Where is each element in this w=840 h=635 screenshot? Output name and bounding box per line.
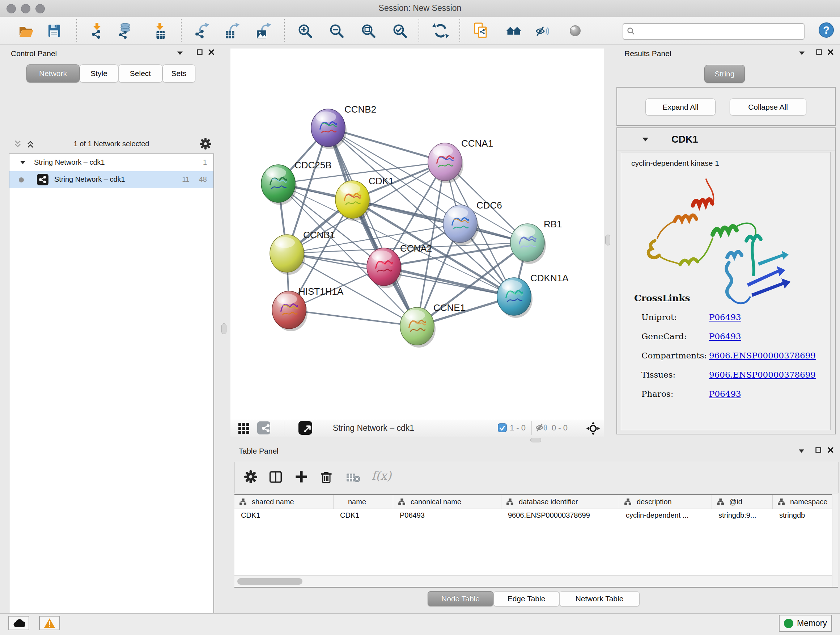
node-RB1[interactable]: RB1: [510, 219, 562, 264]
node-CCNA2[interactable]: CCNA2: [367, 243, 432, 288]
crosslink-link[interactable]: 9606.ENSP00000378699: [709, 351, 816, 360]
column-header-id[interactable]: @id: [712, 495, 773, 509]
tab-sets[interactable]: Sets: [163, 65, 195, 82]
crosslink-link[interactable]: P06493: [709, 332, 741, 341]
table-options-gear-icon[interactable]: [244, 470, 257, 483]
column-header-name[interactable]: name: [333, 495, 393, 509]
edge-HIST1H1A-CCNE1[interactable]: [289, 310, 417, 326]
hidden-eye-slash-icon: [536, 423, 547, 432]
collapse-all-button[interactable]: Collapse All: [729, 98, 806, 116]
entry-header[interactable]: CDK1: [617, 128, 835, 151]
tab-string[interactable]: String: [704, 65, 745, 83]
network-options-gear-icon[interactable]: [200, 138, 212, 150]
float-panel-icon[interactable]: [816, 49, 824, 55]
float-panel-icon[interactable]: [197, 49, 205, 55]
crosslink-row: Compartments:9606.ENSP00000378699: [621, 347, 830, 366]
import-table-file-icon[interactable]: [152, 22, 168, 39]
save-session-icon[interactable]: [46, 22, 63, 39]
crosslink-row: GeneCard:P06493: [621, 327, 830, 347]
zoom-in-icon[interactable]: [297, 22, 313, 39]
refresh-view-icon[interactable]: [432, 22, 449, 39]
network-row-selected[interactable]: String Network – cdk1 11 48: [9, 171, 213, 188]
search-input[interactable]: [638, 25, 802, 38]
toolbar-separator: [284, 19, 285, 42]
column-header-description[interactable]: description: [619, 495, 712, 509]
node-label-CCNA2: CCNA2: [400, 243, 432, 254]
first-neighbors-icon[interactable]: [505, 22, 522, 39]
column-header-namespace[interactable]: namespace: [773, 495, 832, 509]
network-collection-row[interactable]: String Network – cdk1 1: [9, 154, 213, 171]
expand-all-button[interactable]: Expand All: [645, 98, 715, 116]
node-CCNE1[interactable]: CCNE1: [400, 302, 465, 348]
scrollbar-thumb[interactable]: [237, 578, 302, 585]
column-type-icon: [507, 499, 514, 505]
crosslink-label: Uniprot:: [641, 312, 677, 322]
float-panel-icon[interactable]: [815, 447, 823, 453]
network-list-header: 1 of 1 Network selected: [9, 136, 214, 153]
close-panel-icon[interactable]: [208, 49, 216, 55]
table-cell: 9606.ENSP00000378699: [501, 509, 619, 522]
tab-network-table[interactable]: Network Table: [559, 591, 639, 606]
collapse-panel-icon[interactable]: [799, 448, 807, 454]
column-header-canonical-name[interactable]: canonical name: [393, 495, 501, 509]
collapse-panel-icon[interactable]: [177, 50, 185, 57]
entry-content: cyclin-dependent kinase 1: [621, 152, 831, 430]
crosslink-link[interactable]: P06493: [709, 389, 741, 399]
grid-view-icon[interactable]: [235, 422, 252, 435]
delete-table-icon-disabled[interactable]: [346, 472, 361, 483]
inactive-lens-icon[interactable]: [567, 22, 584, 39]
import-network-database-icon[interactable]: [117, 22, 133, 39]
export-network-icon[interactable]: [194, 22, 210, 39]
search-icon: [628, 28, 635, 35]
table-header-row: shared namenamecanonical namedatabase id…: [234, 495, 832, 509]
clone-network-icon[interactable]: [473, 22, 489, 39]
cytoscape-window: Session: New Session: [0, 0, 840, 635]
export-table-icon[interactable]: [223, 22, 240, 39]
show-columns-icon[interactable]: [269, 471, 282, 483]
node-CDKN1A[interactable]: CDKN1A: [497, 272, 569, 318]
table-row[interactable]: CDK1CDK1P064939606.ENSP00000378699cyclin…: [234, 509, 832, 522]
tab-network[interactable]: Network: [27, 65, 80, 82]
vertical-splitter-handle[interactable]: [221, 323, 226, 334]
function-builder-fx-disabled[interactable]: f(x): [371, 469, 392, 483]
tab-node-table[interactable]: Node Table: [428, 591, 493, 606]
toolbar-separator: [284, 421, 284, 435]
cloud-status-button[interactable]: [8, 616, 29, 630]
memory-button[interactable]: Memory: [779, 615, 832, 632]
zoom-selected-icon[interactable]: [392, 22, 408, 39]
warning-status-button[interactable]: [39, 616, 60, 630]
zoom-out-icon[interactable]: [328, 22, 345, 39]
open-in-new-view-icon[interactable]: [298, 421, 312, 435]
node-CDK1[interactable]: CDK1: [335, 176, 393, 221]
tab-edge-table[interactable]: Edge Table: [493, 591, 559, 606]
column-header-shared-name[interactable]: shared name: [234, 495, 333, 509]
crosslink-link[interactable]: 9606.ENSP00000378699: [709, 370, 816, 379]
export-image-icon[interactable]: [255, 22, 271, 39]
close-panel-icon[interactable]: [828, 49, 836, 55]
node-CCNB1[interactable]: CCNB1: [270, 230, 335, 275]
network-share-view-icon[interactable]: [257, 421, 270, 434]
delete-column-trash-icon[interactable]: [320, 470, 332, 484]
zoom-fit-icon[interactable]: [360, 22, 377, 39]
create-column-plus-icon[interactable]: [295, 470, 308, 483]
selected-nodes-edges-count: 1 - 0: [510, 423, 526, 432]
network-canvas[interactable]: CCNB2CCNA1CDC25BCDK1CDC6RB1CCNB1CCNA2CDK…: [231, 49, 604, 419]
vertical-splitter-handle[interactable]: [605, 234, 610, 245]
collection-count: 1: [203, 158, 207, 166]
column-header-database-identifier[interactable]: database identifier: [501, 495, 619, 509]
close-panel-icon[interactable]: [828, 447, 836, 453]
collapse-panel-icon[interactable]: [799, 50, 807, 57]
table-vertical-scrollbar[interactable]: [832, 494, 838, 587]
import-network-file-icon[interactable]: [88, 22, 105, 39]
column-type-icon: [240, 499, 247, 505]
selected-checkbox[interactable]: [498, 423, 507, 432]
show-hide-graphics-icon[interactable]: [534, 22, 551, 39]
crosslink-link[interactable]: P06493: [709, 312, 741, 322]
tab-style[interactable]: Style: [80, 65, 118, 82]
node-HIST1H1A[interactable]: HIST1H1A: [272, 286, 344, 331]
open-session-icon[interactable]: [18, 22, 34, 39]
tab-select[interactable]: Select: [118, 65, 163, 82]
horizontal-splitter-handle[interactable]: [531, 438, 541, 442]
help-button[interactable]: ?: [818, 22, 835, 38]
birds-eye-view-icon[interactable]: [584, 421, 602, 435]
